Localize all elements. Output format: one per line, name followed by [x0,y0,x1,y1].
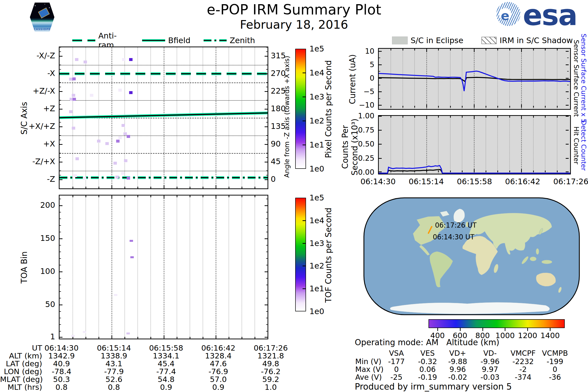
tick-mark [302,144,306,145]
tick-mark [60,205,61,206]
scatter-point [114,294,117,296]
altitude-colorbar-title: Altitude (km) [424,338,522,347]
table-cell: 06:16:42 [192,344,244,352]
tick-mark [521,169,522,172]
world-map: 06:17:26 UT 06:14:30 UT [362,196,581,316]
tick-mark [254,196,255,197]
ytick-label: 0.50 [329,140,374,148]
tick-mark [302,72,306,73]
tick-mark [266,218,268,219]
tick-mark [379,172,382,172]
table-cell: 45.4 [140,359,192,368]
tick-mark [474,169,474,172]
scatter-point [72,127,75,130]
toa-tick-label: 200 [15,201,55,209]
tick-mark [254,337,255,338]
tick-mark [124,337,125,338]
category-label: +Z/-X [5,87,55,95]
tick-mark [402,106,403,108]
tick-mark [486,49,486,50]
tick-mark [112,336,112,338]
esa-wordmark: esa [523,0,577,32]
toa-tick-label: 150 [15,234,55,242]
tick-mark [266,205,268,206]
tick-mark [242,196,242,197]
tick-mark [462,116,462,118]
grid-line [190,196,190,338]
table-cell: 06:15:14 [88,344,140,352]
toa-tick-label: 1 [15,332,55,341]
ytick-label: 5 [329,60,374,69]
scatter-point [69,110,72,113]
tick-mark [60,324,61,325]
table-cell: 1334.1 [140,351,192,360]
tick-mark [302,120,306,121]
series-line [379,71,570,91]
grid-line [86,196,86,338]
ytick-label: 0.00 [329,168,374,176]
tick-mark [509,106,510,108]
tick-mark [557,106,558,108]
tick-mark [266,318,268,318]
grid-line [216,196,216,338]
track-start-time-label: 06:14:30 UT [433,233,474,241]
tick-mark [266,258,268,259]
tick-mark [566,172,569,172]
tick-mark [302,243,306,244]
tick-mark [138,337,138,338]
tick-mark [566,116,569,116]
tick-mark [414,116,415,118]
altitude-tick [550,328,550,331]
tick-mark [266,311,268,312]
scatter-point [84,60,87,64]
tick-mark [266,285,268,285]
tick-mark [497,106,498,108]
tick-mark [402,49,403,50]
tick-mark [379,58,380,58]
scatter-point [76,157,79,160]
table-cell: -76.2 [244,367,297,376]
zenith-legend-label: Zenith [230,36,255,45]
tick-mark [60,272,61,272]
scatter-point [116,140,120,142]
tick-mark [86,196,86,197]
tick-mark [438,116,439,118]
tick-mark [264,337,268,338]
table-cell: 54.8 [140,375,192,384]
colorbar-tick-label: 1e3 [310,239,324,248]
tick-mark [72,196,73,197]
scatter-point [127,177,130,180]
tick-mark [60,225,61,226]
altitude-colorbar [428,319,565,328]
tick-mark [438,49,439,50]
tick-mark [177,337,178,338]
grid-line [177,196,177,338]
tick-mark [228,337,229,338]
shadow-hatch-swatch [482,37,496,44]
tick-mark [533,170,534,172]
table-cell: 0.9 [140,383,192,392]
table-cell: 0.8 [35,383,88,392]
tick-mark [379,98,380,99]
eclipse-legend-label: S/C in Eclipse [410,36,463,45]
scatter-point [83,331,86,333]
tick-mark [266,245,268,246]
voltage-col-header: VCMPB [535,349,574,358]
tick-mark [474,116,474,119]
grid-line [254,196,255,338]
footer-text: Produced by irm_summary version 5 [355,382,512,392]
track-end-time-label: 06:17:26 UT [435,221,476,229]
tick-mark [497,116,498,118]
scatter-point [72,98,76,101]
tof-colorbar-title: TOF Counts per Second [324,182,333,329]
tick-mark [462,170,462,172]
table-cell: 0.9 [192,383,244,392]
tick-mark [533,106,534,108]
tick-mark [557,116,558,118]
scatter-point [118,136,122,139]
scatter-point [72,94,75,97]
table-cell: 50.3 [35,375,88,384]
grid-line [72,196,73,338]
series-line [60,113,268,118]
scatter-point [124,132,127,135]
